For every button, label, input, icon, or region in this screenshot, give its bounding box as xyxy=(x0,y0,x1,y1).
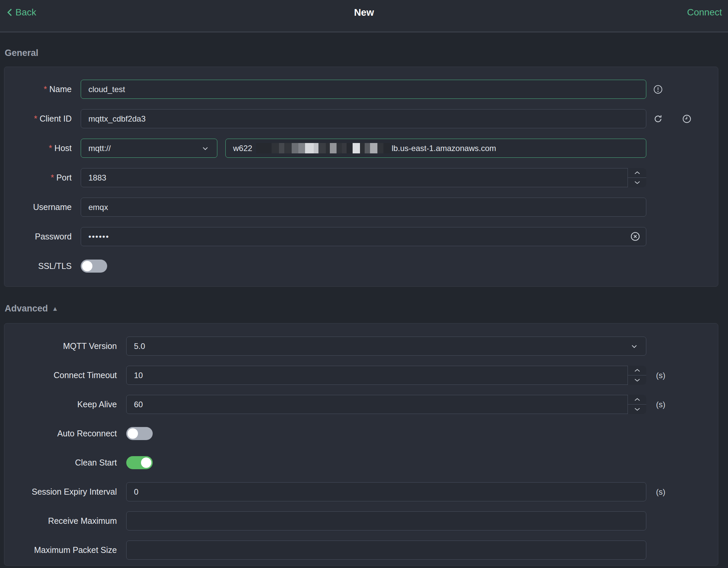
ssl-toggle[interactable] xyxy=(81,260,107,273)
topbar: Back New Connect xyxy=(0,0,728,32)
name-label: Name xyxy=(49,84,72,94)
general-panel: *Name *Client ID xyxy=(4,67,718,287)
general-section-header: General xyxy=(4,48,724,58)
field-row-client-id: *Client ID xyxy=(4,109,718,128)
advanced-section-title: Advanced xyxy=(5,303,48,314)
keep-alive-input[interactable] xyxy=(126,395,646,414)
field-row-host: *Host mqtt:// w622 lb.us-east-1.amazonaw… xyxy=(4,139,718,158)
receive-maximum-input[interactable] xyxy=(126,511,646,530)
keep-alive-unit: (s) xyxy=(656,400,665,409)
alert-icon[interactable] xyxy=(653,85,663,94)
host-protocol-select[interactable]: mqtt:// xyxy=(81,139,217,158)
port-label: Port xyxy=(56,173,72,182)
host-address-input[interactable]: w622 lb.us-east-1.amazonaws.com xyxy=(225,139,646,158)
back-chevron-icon xyxy=(6,8,13,17)
username-input[interactable] xyxy=(81,198,646,217)
ssl-label: SSL/TLS xyxy=(38,261,72,271)
field-row-name: *Name xyxy=(4,80,718,99)
username-label: Username xyxy=(33,202,72,212)
required-marker: * xyxy=(34,114,37,123)
redacted-host-segment xyxy=(256,143,391,153)
auto-reconnect-toggle[interactable] xyxy=(126,427,153,440)
max-packet-size-label: Maximum Packet Size xyxy=(34,545,117,555)
toggle-knob xyxy=(128,428,138,439)
back-button[interactable]: Back xyxy=(6,7,36,18)
name-input[interactable] xyxy=(81,80,646,99)
connect-timeout-unit: (s) xyxy=(656,371,665,380)
stepper-up-icon[interactable] xyxy=(628,395,646,405)
collapse-triangle-icon: ▲ xyxy=(52,305,58,312)
mqtt-version-label: MQTT Version xyxy=(63,341,117,351)
required-marker: * xyxy=(49,143,52,153)
back-button-label: Back xyxy=(15,7,36,18)
stepper-down-icon[interactable] xyxy=(628,405,646,414)
stepper-down-icon[interactable] xyxy=(628,178,646,187)
stepper-up-icon[interactable] xyxy=(628,168,646,178)
client-id-input[interactable] xyxy=(81,109,646,128)
required-marker: * xyxy=(51,173,54,182)
keep-alive-label: Keep Alive xyxy=(77,400,117,409)
field-row-mqtt-version: MQTT Version 5.0 xyxy=(4,337,718,356)
mqtt-version-value: 5.0 xyxy=(134,342,145,351)
host-protocol-value: mqtt:// xyxy=(88,144,111,153)
clean-start-toggle[interactable] xyxy=(126,456,153,469)
field-row-clean-start: Clean Start xyxy=(4,453,718,472)
field-row-connect-timeout: Connect Timeout (s) xyxy=(4,366,718,385)
field-row-max-packet-size: Maximum Packet Size xyxy=(4,541,718,560)
connect-timeout-input[interactable] xyxy=(126,366,646,385)
field-row-port: *Port xyxy=(4,168,718,187)
password-label: Password xyxy=(35,232,72,241)
session-expiry-input[interactable] xyxy=(126,482,646,501)
host-label: Host xyxy=(55,143,72,153)
port-stepper xyxy=(628,168,646,187)
stepper-up-icon[interactable] xyxy=(628,366,646,375)
field-row-receive-maximum: Receive Maximum xyxy=(4,511,718,530)
toggle-knob xyxy=(82,261,92,271)
field-row-ssl: SSL/TLS xyxy=(4,257,718,276)
port-input[interactable] xyxy=(81,168,646,187)
advanced-panel: MQTT Version 5.0 Connect Timeout xyxy=(4,323,718,566)
chevron-down-icon xyxy=(630,342,639,351)
page-title: New xyxy=(354,7,374,18)
advanced-section-header[interactable]: Advanced ▲ xyxy=(4,303,724,314)
toggle-knob xyxy=(141,457,151,468)
connect-timeout-label: Connect Timeout xyxy=(54,370,117,380)
max-packet-size-input[interactable] xyxy=(126,541,646,560)
keep-alive-stepper xyxy=(628,395,646,414)
receive-maximum-label: Receive Maximum xyxy=(48,516,117,525)
mqtt-version-select[interactable]: 5.0 xyxy=(126,337,646,356)
chevron-down-icon xyxy=(201,144,210,153)
clear-circle-x-icon[interactable] xyxy=(630,231,640,243)
password-input[interactable] xyxy=(81,227,646,246)
field-row-session-expiry: Session Expiry Interval (s) xyxy=(4,482,718,501)
auto-reconnect-label: Auto Reconnect xyxy=(57,429,117,438)
session-expiry-label: Session Expiry Interval xyxy=(32,487,117,496)
session-expiry-unit: (s) xyxy=(656,487,665,497)
refresh-icon[interactable] xyxy=(653,114,663,124)
host-address-prefix: w622 xyxy=(233,144,252,153)
general-section-title: General xyxy=(5,48,39,58)
stepper-down-icon[interactable] xyxy=(628,375,646,385)
history-clock-icon[interactable] xyxy=(682,114,691,124)
connect-timeout-stepper xyxy=(628,366,646,385)
field-row-auto-reconnect: Auto Reconnect xyxy=(4,424,718,443)
clean-start-label: Clean Start xyxy=(75,458,117,467)
connect-button[interactable]: Connect xyxy=(687,7,722,18)
field-row-username: Username xyxy=(4,198,718,217)
host-address-suffix: lb.us-east-1.amazonaws.com xyxy=(391,144,496,153)
required-marker: * xyxy=(44,84,47,94)
client-id-label: Client ID xyxy=(40,114,72,123)
field-row-keep-alive: Keep Alive (s) xyxy=(4,395,718,414)
field-row-password: Password xyxy=(4,227,718,246)
